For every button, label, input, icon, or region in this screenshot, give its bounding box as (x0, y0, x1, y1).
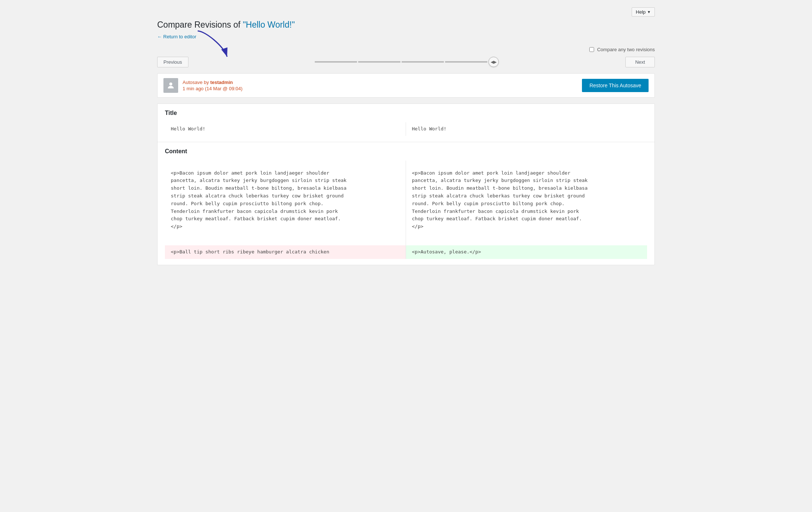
diff-right-2: <p>Bacon ipsum dolor amet pork loin land… (406, 166, 647, 234)
compare-two-checkbox[interactable] (589, 47, 594, 52)
slider-wrapper: ◀▶ (315, 57, 499, 67)
help-label: Help (636, 9, 646, 15)
help-chevron: ▼ (647, 10, 651, 14)
diff-area: Title Hello World! Hello World! Content … (157, 104, 655, 265)
restore-autosave-button[interactable]: Restore This Autosave (582, 79, 649, 92)
diff-left-1 (165, 161, 406, 166)
diff-right-4 (406, 239, 647, 245)
diff-line-1 (165, 161, 647, 166)
revision-meta: Autosave by testadmin 1 min ago (14 Mar … (183, 79, 243, 91)
content-section-label: Content (165, 148, 647, 155)
revision-bar: Autosave by testadmin 1 min ago (14 Mar … (157, 73, 655, 98)
slider-container: ◀▶ (188, 57, 625, 67)
diff-line-4 (165, 239, 647, 245)
diff-line-changed: <p>Ball tip short ribs ribeye hamburger … (165, 245, 647, 259)
previous-button[interactable]: Previous (157, 57, 188, 67)
diff-left-2: <p>Bacon ipsum dolor amet pork loin land… (165, 166, 406, 234)
handle-arrows-icon: ◀▶ (491, 60, 497, 64)
compare-row: Compare any two revisions (157, 47, 655, 52)
autosave-label: Autosave by testadmin (183, 79, 243, 85)
avatar (163, 78, 178, 93)
diff-line-3 (165, 234, 647, 239)
time-info: 1 min ago (14 Mar @ 09:04) (183, 86, 243, 91)
slider-bar-1 (315, 61, 357, 63)
slider-bar-3 (402, 61, 444, 63)
diff-title-section: Title Hello World! Hello World! (158, 104, 654, 142)
next-button[interactable]: Next (625, 57, 655, 67)
slider-handle[interactable]: ◀▶ (488, 57, 499, 67)
diff-left-4 (165, 239, 406, 245)
author-name: testadmin (210, 80, 233, 85)
page-title: Compare Revisions of "Hello World!" (157, 20, 655, 31)
right-title-col: Hello World! (406, 122, 647, 136)
controls-left: Previous (157, 57, 188, 67)
diff-left-changed: <p>Ball tip short ribs ribeye hamburger … (165, 245, 406, 259)
diff-right-changed: <p>Autosave, please.</p> (406, 245, 647, 259)
post-title-link[interactable]: "Hello World!" (243, 20, 295, 29)
slider-bars (315, 61, 487, 63)
diff-line-2: <p>Bacon ipsum dolor amet pork loin land… (165, 166, 647, 234)
controls-row: Previous ◀▶ Next (157, 57, 655, 67)
revision-info: Autosave by testadmin 1 min ago (14 Mar … (163, 78, 243, 93)
title-diff-columns: Hello World! Hello World! (165, 122, 647, 136)
left-title-col: Hello World! (165, 122, 406, 136)
controls-right: Next (625, 57, 655, 67)
diff-right-1 (406, 161, 647, 166)
diff-content-section: Content <p>Bacon ipsum dolor amet pork l… (158, 142, 654, 265)
compare-checkbox-label[interactable]: Compare any two revisions (597, 47, 655, 52)
diff-left-3 (165, 234, 406, 239)
return-to-editor-link[interactable]: ← Return to editor (157, 34, 196, 39)
diff-right-3 (406, 234, 647, 239)
help-button[interactable]: Help ▼ (632, 7, 655, 17)
slider-bar-4 (445, 61, 487, 63)
slider-bar-2 (358, 61, 400, 63)
title-section-label: Title (165, 110, 647, 116)
svg-point-1 (169, 83, 172, 85)
